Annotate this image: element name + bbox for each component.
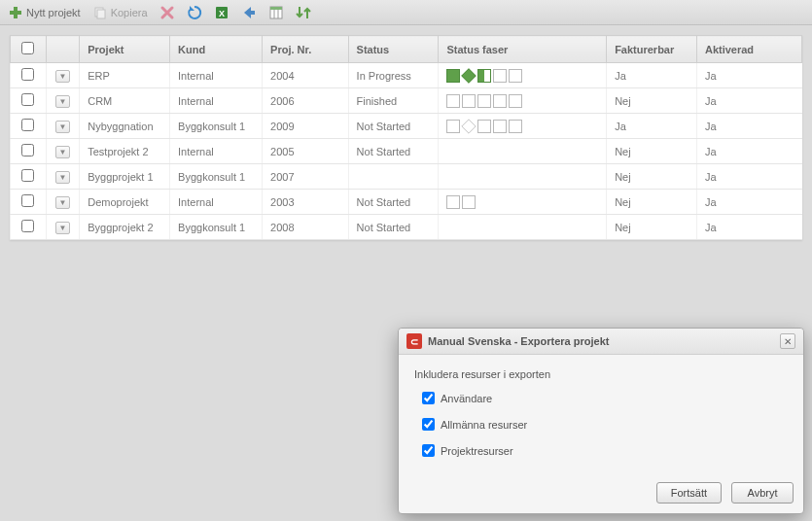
copy-button: Kopiera bbox=[90, 3, 150, 22]
export-option-label: Projektresurser bbox=[441, 445, 513, 457]
phase-box bbox=[446, 94, 460, 108]
row-checkbox[interactable] bbox=[21, 119, 34, 131]
export-option-checkbox[interactable] bbox=[422, 392, 435, 404]
row-menu-button[interactable]: ▼ bbox=[55, 95, 70, 108]
delete-icon bbox=[159, 5, 175, 20]
row-menu-button[interactable]: ▼ bbox=[55, 196, 70, 209]
row-checkbox[interactable] bbox=[21, 68, 34, 81]
export-option[interactable]: Projektresurser bbox=[422, 444, 788, 457]
header-project[interactable]: Projekt bbox=[80, 36, 170, 63]
table-row[interactable]: ▼NybyggnationByggkonsult 12009Not Starte… bbox=[11, 114, 802, 139]
project-cell: Byggprojekt 1 bbox=[80, 164, 170, 190]
phase-box bbox=[493, 69, 507, 83]
header-status-phases[interactable]: Status faser bbox=[439, 36, 607, 63]
export-arrow-button[interactable] bbox=[239, 3, 259, 22]
phases-cell bbox=[439, 190, 607, 215]
header-billable[interactable]: Fakturerbar bbox=[607, 36, 697, 63]
row-menu-cell: ▼ bbox=[46, 88, 80, 114]
svg-text:X: X bbox=[219, 9, 225, 18]
activated-cell: Ja bbox=[696, 164, 801, 190]
select-all-checkbox[interactable] bbox=[21, 42, 34, 54]
svg-rect-3 bbox=[97, 10, 105, 18]
refresh-button[interactable] bbox=[185, 3, 204, 22]
header-customer[interactable]: Kund bbox=[170, 36, 263, 63]
new-project-button[interactable]: Nytt projekt bbox=[6, 3, 83, 22]
billable-cell: Nej bbox=[607, 190, 697, 215]
status-cell: Not Started bbox=[348, 215, 439, 240]
row-menu-button[interactable]: ▼ bbox=[55, 121, 70, 133]
header-proj-nr[interactable]: Proj. Nr. bbox=[263, 36, 349, 63]
proj-nr-cell: 2008 bbox=[263, 215, 349, 240]
phase-box bbox=[509, 120, 522, 133]
continue-button[interactable]: Fortsätt bbox=[656, 482, 722, 504]
row-menu-button[interactable]: ▼ bbox=[55, 222, 70, 234]
proj-nr-cell: 2007 bbox=[263, 164, 349, 190]
billable-cell: Nej bbox=[607, 215, 697, 240]
table-row[interactable]: ▼CRMInternal2006FinishedNejJa bbox=[11, 88, 802, 114]
svg-rect-10 bbox=[270, 7, 282, 10]
status-cell bbox=[348, 164, 439, 190]
proj-nr-cell: 2006 bbox=[263, 88, 349, 114]
toolbar: Nytt projekt Kopiera X bbox=[0, 0, 812, 25]
row-checkbox[interactable] bbox=[21, 93, 34, 106]
customer-cell: Byggkonsult 1 bbox=[170, 215, 263, 240]
billable-cell: Nej bbox=[607, 164, 697, 190]
export-option-label: Användare bbox=[441, 393, 492, 404]
row-checkbox-cell bbox=[11, 63, 47, 88]
row-checkbox[interactable] bbox=[21, 220, 34, 232]
phase-box bbox=[462, 195, 476, 209]
export-excel-button[interactable]: X bbox=[212, 3, 231, 22]
header-dropdown-cell bbox=[46, 36, 80, 63]
row-menu-button[interactable]: ▼ bbox=[55, 146, 70, 158]
table-row[interactable]: ▼ERPInternal2004In ProgressJaJa bbox=[11, 63, 802, 88]
export-option-checkbox[interactable] bbox=[422, 418, 435, 431]
export-option[interactable]: Allmänna resurser bbox=[422, 418, 788, 431]
row-checkbox[interactable] bbox=[21, 144, 34, 156]
copy-icon bbox=[92, 5, 108, 20]
dialog-title: Manual Svenska - Exportera projekt bbox=[428, 335, 774, 347]
proj-nr-cell: 2004 bbox=[263, 63, 349, 88]
svg-rect-1 bbox=[10, 11, 21, 15]
table-row[interactable]: ▼DemoprojektInternal2003Not StartedNejJa bbox=[11, 190, 802, 215]
export-option-label: Allmänna resurser bbox=[441, 419, 527, 431]
phases-cell bbox=[439, 164, 607, 190]
dialog-titlebar[interactable]: ⊂ Manual Svenska - Exportera projekt ✕ bbox=[399, 329, 803, 355]
brand-icon: ⊂ bbox=[406, 333, 422, 349]
phase-box bbox=[493, 94, 507, 108]
row-checkbox[interactable] bbox=[21, 194, 34, 207]
export-option-checkbox[interactable] bbox=[422, 444, 435, 457]
cancel-button[interactable]: Avbryt bbox=[731, 482, 794, 504]
new-project-label: Nytt projekt bbox=[26, 7, 81, 18]
header-activated[interactable]: Aktiverad bbox=[696, 36, 801, 63]
phase-box bbox=[477, 69, 491, 83]
phase-box bbox=[462, 119, 477, 133]
sort-button[interactable] bbox=[294, 3, 313, 22]
status-cell: Not Started bbox=[348, 114, 439, 139]
header-status[interactable]: Status bbox=[348, 36, 439, 63]
export-option[interactable]: Användare bbox=[422, 392, 788, 404]
billable-cell: Ja bbox=[607, 114, 697, 139]
phase-box bbox=[446, 69, 460, 83]
phase-box bbox=[462, 94, 476, 108]
project-cell: CRM bbox=[80, 88, 170, 114]
status-cell: Not Started bbox=[348, 139, 439, 164]
header-checkbox-cell bbox=[11, 36, 47, 63]
arrow-left-icon bbox=[241, 5, 257, 20]
activated-cell: Ja bbox=[696, 88, 801, 114]
project-cell: ERP bbox=[80, 63, 170, 88]
table-row[interactable]: ▼Byggprojekt 1Byggkonsult 12007NejJa bbox=[11, 164, 802, 190]
row-checkbox-cell bbox=[11, 190, 47, 215]
dialog-close-button[interactable]: ✕ bbox=[780, 333, 795, 349]
row-menu-cell: ▼ bbox=[46, 190, 80, 215]
row-checkbox-cell bbox=[11, 114, 47, 139]
row-menu-button[interactable]: ▼ bbox=[55, 70, 70, 83]
phase-box bbox=[446, 120, 460, 133]
row-menu-button[interactable]: ▼ bbox=[55, 171, 70, 184]
table-row[interactable]: ▼Byggprojekt 2Byggkonsult 12008Not Start… bbox=[11, 215, 802, 240]
table-row[interactable]: ▼Testprojekt 2Internal2005Not StartedNej… bbox=[11, 139, 802, 164]
row-checkbox[interactable] bbox=[21, 169, 34, 182]
copy-label: Kopiera bbox=[111, 7, 148, 18]
phases-cell bbox=[439, 114, 607, 139]
columns-button[interactable] bbox=[266, 3, 286, 22]
proj-nr-cell: 2009 bbox=[263, 114, 349, 139]
